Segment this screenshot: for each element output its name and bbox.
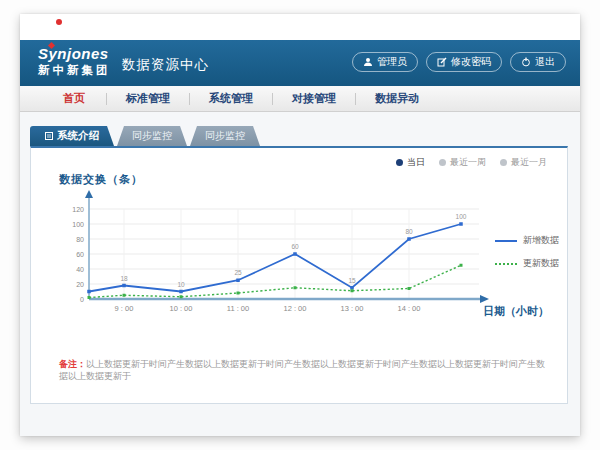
svg-text:15: 15 bbox=[348, 277, 356, 284]
filter-last-month[interactable]: 最近一月 bbox=[500, 156, 547, 169]
logo-text-en: Synjones bbox=[38, 45, 111, 62]
x-axis-title: 日期（小时） bbox=[483, 304, 549, 319]
svg-text:13 : 00: 13 : 00 bbox=[341, 304, 364, 313]
svg-text:12 : 00: 12 : 00 bbox=[284, 304, 307, 313]
radio-dot-icon bbox=[500, 159, 507, 166]
tab-label: 同步监控 bbox=[205, 129, 245, 143]
line-chart: 0204060801001209 : 0010 : 0011 : 0012 : … bbox=[59, 190, 489, 332]
legend-label: 新增数据 bbox=[523, 234, 559, 247]
footnote: 备注：以上数据更新于时间产生数据以上数据更新于时间产生数据以上数据更新于时间产生… bbox=[59, 359, 549, 382]
chart-card: 当日 最近一周 最近一月 数据交换（条） 0204060801001209 : … bbox=[30, 146, 568, 404]
main-nav: 首页 标准管理 系统管理 对接管理 数据异动 bbox=[20, 86, 580, 112]
footnote-text: 以上数据更新于时间产生数据以上数据更新于时间产生数据以上数据更新于时间产生数据以… bbox=[59, 359, 545, 381]
svg-text:20: 20 bbox=[76, 281, 84, 288]
content-area: 系统介绍 同步监控 同步监控 当日 最近一周 bbox=[20, 112, 580, 436]
series-legend: 新增数据 更新数据 bbox=[495, 234, 559, 270]
tab-label: 系统介绍 bbox=[57, 129, 99, 143]
svg-text:80: 80 bbox=[76, 236, 84, 243]
svg-text:40: 40 bbox=[76, 266, 84, 273]
legend-label: 更新数据 bbox=[523, 257, 559, 270]
window-chrome bbox=[20, 14, 580, 40]
filter-label: 当日 bbox=[407, 156, 425, 169]
app-header: Synjones 新中新集团 数据资源中心 管理员 修改密码 退出 bbox=[20, 40, 580, 86]
svg-text:18: 18 bbox=[120, 275, 128, 282]
change-password-label: 修改密码 bbox=[451, 55, 491, 69]
logo-text-cn: 新中新集团 bbox=[38, 63, 111, 78]
document-icon bbox=[45, 132, 53, 140]
radio-dot-icon bbox=[439, 159, 446, 166]
nav-item-home[interactable]: 首页 bbox=[42, 91, 106, 106]
edit-icon bbox=[437, 57, 447, 67]
change-password-button[interactable]: 修改密码 bbox=[426, 52, 502, 72]
nav-item-interface-mgmt[interactable]: 对接管理 bbox=[273, 91, 355, 106]
y-axis-title: 数据交换（条） bbox=[59, 172, 143, 187]
legend-new-data: 新增数据 bbox=[495, 234, 559, 247]
svg-text:60: 60 bbox=[76, 251, 84, 258]
user-icon bbox=[363, 57, 373, 67]
svg-text:10: 10 bbox=[177, 281, 185, 288]
svg-text:60: 60 bbox=[291, 243, 299, 250]
logout-label: 退出 bbox=[535, 55, 555, 69]
nav-item-standard-mgmt[interactable]: 标准管理 bbox=[107, 91, 189, 106]
time-range-filters: 当日 最近一周 最近一月 bbox=[396, 156, 547, 169]
tab-sync-monitor-1[interactable]: 同步监控 bbox=[117, 126, 187, 146]
nav-item-system-mgmt[interactable]: 系统管理 bbox=[190, 91, 272, 106]
filter-label: 最近一周 bbox=[450, 156, 486, 169]
svg-text:80: 80 bbox=[405, 228, 413, 235]
page-title: 数据资源中心 bbox=[122, 56, 209, 74]
admin-user-label: 管理员 bbox=[377, 55, 407, 69]
legend-updated-data: 更新数据 bbox=[495, 257, 559, 270]
logout-button[interactable]: 退出 bbox=[510, 52, 566, 72]
svg-text:11 : 00: 11 : 00 bbox=[227, 304, 249, 313]
tab-bar: 系统介绍 同步监控 同步监控 bbox=[30, 126, 260, 146]
tab-sync-monitor-2[interactable]: 同步监控 bbox=[190, 126, 260, 146]
tab-label: 同步监控 bbox=[132, 129, 172, 143]
svg-text:9 : 00: 9 : 00 bbox=[115, 304, 134, 313]
power-icon bbox=[521, 57, 531, 67]
footnote-prefix: 备注： bbox=[59, 359, 86, 369]
svg-text:25: 25 bbox=[234, 269, 242, 276]
svg-text:0: 0 bbox=[80, 296, 84, 303]
app-window: Synjones 新中新集团 数据资源中心 管理员 修改密码 退出 首页 标准管… bbox=[20, 14, 580, 436]
svg-text:100: 100 bbox=[456, 213, 467, 220]
header-buttons: 管理员 修改密码 退出 bbox=[352, 52, 566, 72]
filter-label: 最近一月 bbox=[511, 156, 547, 169]
svg-text:120: 120 bbox=[72, 206, 84, 213]
svg-text:100: 100 bbox=[72, 221, 84, 228]
blue-line-icon bbox=[495, 240, 517, 242]
svg-text:10 : 00: 10 : 00 bbox=[170, 304, 193, 313]
green-dotted-line-icon bbox=[495, 263, 517, 265]
admin-user-button[interactable]: 管理员 bbox=[352, 52, 418, 72]
radio-dot-icon bbox=[396, 159, 403, 166]
filter-last-week[interactable]: 最近一周 bbox=[439, 156, 486, 169]
logo: Synjones 新中新集团 bbox=[38, 45, 111, 78]
svg-text:14 : 00: 14 : 00 bbox=[398, 304, 421, 313]
nav-item-data-change[interactable]: 数据异动 bbox=[356, 91, 438, 106]
red-dot bbox=[56, 19, 62, 25]
filter-today[interactable]: 当日 bbox=[396, 156, 425, 169]
tab-system-intro[interactable]: 系统介绍 bbox=[30, 126, 114, 146]
